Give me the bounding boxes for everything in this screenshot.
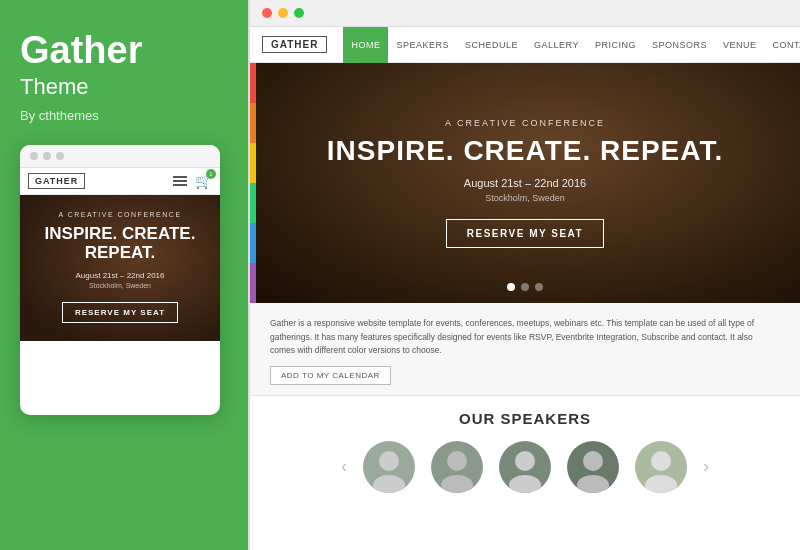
color-bar	[250, 63, 256, 303]
chrome-dot-maximize[interactable]	[294, 8, 304, 18]
mobile-reserve-button[interactable]: RESERVE MY SEAT	[62, 302, 178, 323]
nav-schedule[interactable]: SCHEDULE	[457, 27, 526, 63]
speakers-next-arrow[interactable]: ›	[703, 456, 709, 477]
nav-pricing[interactable]: PRICING	[587, 27, 644, 63]
mobile-dot-2	[43, 152, 51, 160]
desktop-logo: GATHER	[262, 36, 327, 53]
svg-point-1	[379, 451, 399, 471]
svg-point-4	[447, 451, 467, 471]
speakers-row: ‹	[270, 441, 780, 493]
desktop-nav-links: HOME SPEAKERS SCHEDULE GALLERY PRICING S…	[343, 27, 800, 63]
desktop-speakers-section: OUR SPEAKERS ‹	[250, 396, 800, 550]
slider-dot-2[interactable]	[521, 283, 529, 291]
speakers-prev-arrow[interactable]: ‹	[341, 456, 347, 477]
desktop-conf-label: A CREATIVE CONFERENCE	[445, 118, 605, 128]
desktop-navbar: GATHER HOME SPEAKERS SCHEDULE GALLERY PR…	[250, 27, 800, 63]
desktop-description-section: Gather is a responsive website template …	[250, 303, 800, 396]
mobile-dot-1	[30, 152, 38, 160]
nav-speakers[interactable]: SPEAKERS	[388, 27, 457, 63]
mobile-conf-location: Stockholm, Sweden	[32, 282, 208, 289]
speakers-title: OUR SPEAKERS	[270, 410, 780, 427]
desktop-hero: A CREATIVE CONFERENCE INSPIRE. CREATE. R…	[250, 63, 800, 303]
mobile-hamburger-icon[interactable]	[173, 176, 187, 186]
desktop-conf-location: Stockholm, Sweden	[485, 193, 565, 203]
chrome-dot-minimize[interactable]	[278, 8, 288, 18]
mobile-conf-headline: INSPIRE. CREATE. REPEAT.	[32, 224, 208, 263]
slider-dots	[507, 283, 543, 291]
theme-subtitle: Theme	[20, 74, 228, 100]
mobile-logo: GATHER	[28, 173, 85, 189]
nav-sponsors[interactable]: SPONSORS	[644, 27, 715, 63]
mobile-cart-icon[interactable]: 🛒 1	[195, 173, 212, 189]
slider-dot-1[interactable]	[507, 283, 515, 291]
chrome-dot-close[interactable]	[262, 8, 272, 18]
nav-home[interactable]: HOME	[343, 27, 388, 63]
left-panel: Gather Theme By cththemes GATHER 🛒 1 A C…	[0, 0, 248, 550]
speaker-avatar-3[interactable]	[499, 441, 551, 493]
mobile-nav: GATHER 🛒 1	[20, 168, 220, 195]
add-calendar-button[interactable]: ADD TO MY CALENDAR	[270, 366, 391, 385]
svg-point-7	[515, 451, 535, 471]
desktop-chrome-bar	[250, 0, 800, 27]
desktop-description-text: Gather is a responsive website template …	[270, 318, 754, 355]
slider-dot-3[interactable]	[535, 283, 543, 291]
speaker-avatar-4[interactable]	[567, 441, 619, 493]
desktop-conf-headline: INSPIRE. CREATE. REPEAT.	[327, 136, 723, 167]
mobile-top-bar	[20, 145, 220, 168]
svg-point-10	[583, 451, 603, 471]
desktop-content: GATHER HOME SPEAKERS SCHEDULE GALLERY PR…	[250, 27, 800, 550]
right-panel: GATHER HOME SPEAKERS SCHEDULE GALLERY PR…	[248, 0, 800, 550]
desktop-conf-date: August 21st – 22nd 2016	[464, 177, 586, 189]
nav-contact[interactable]: CONTACT	[764, 27, 800, 63]
desktop-reserve-button[interactable]: RESERVE MY SEAT	[446, 219, 604, 248]
mobile-dot-3	[56, 152, 64, 160]
mobile-mockup: GATHER 🛒 1 A CREATIVE CONFERENCE INSPIRE…	[20, 145, 220, 415]
byline: By cththemes	[20, 108, 228, 123]
svg-point-13	[651, 451, 671, 471]
speaker-avatar-1[interactable]	[363, 441, 415, 493]
nav-venue[interactable]: VENUE	[715, 27, 765, 63]
mobile-conf-date: August 21st – 22nd 2016	[32, 271, 208, 280]
speaker-avatar-5[interactable]	[635, 441, 687, 493]
nav-gallery[interactable]: GALLERY	[526, 27, 587, 63]
speaker-avatar-2[interactable]	[431, 441, 483, 493]
mobile-hero: A CREATIVE CONFERENCE INSPIRE. CREATE. R…	[20, 195, 220, 341]
mobile-conf-label: A CREATIVE CONFERENCE	[32, 211, 208, 218]
theme-title: Gather	[20, 30, 228, 72]
mobile-cart-badge: 1	[206, 169, 216, 179]
